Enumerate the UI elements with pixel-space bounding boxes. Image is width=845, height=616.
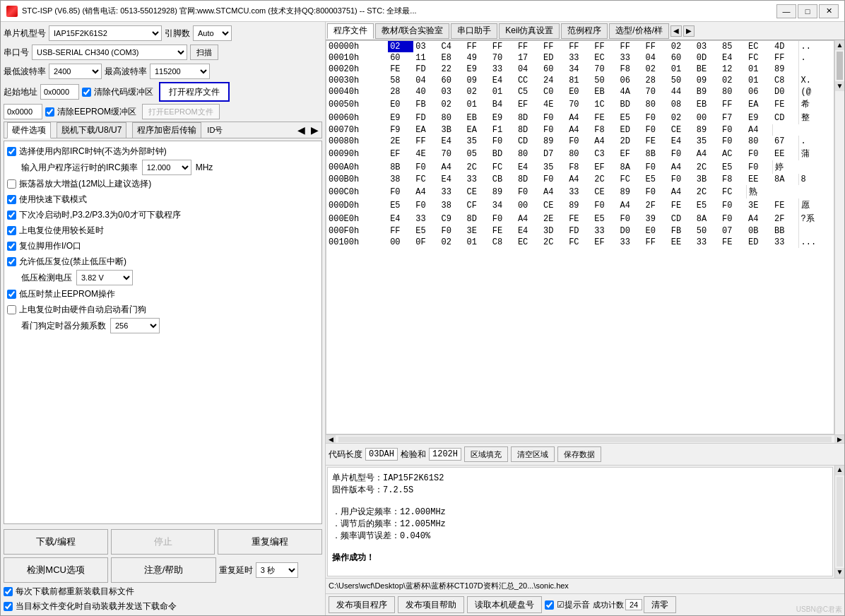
option-rst-io-checkbox[interactable] [7,242,16,251]
hex-byte[interactable]: CB [490,174,516,185]
hex-byte[interactable]: 03 [695,41,720,52]
hex-byte[interactable]: FE [592,111,618,124]
hex-byte[interactable]: CC [516,75,541,86]
hex-byte[interactable]: 02 [720,75,746,86]
hex-byte[interactable]: 58 [388,75,413,86]
hex-byte[interactable]: 60 [669,52,695,64]
hex-byte[interactable]: FD [413,111,439,124]
minimize-button[interactable]: — [776,4,796,18]
hex-byte[interactable]: FB [669,225,695,237]
hex-byte[interactable]: E5 [592,212,618,225]
hex-byte[interactable]: 40 [413,86,439,97]
hex-byte[interactable]: 35 [695,136,720,147]
hex-byte[interactable]: FE [490,225,516,237]
hex-byte[interactable]: F8 [592,124,618,136]
pin-select[interactable]: Auto [193,25,232,41]
hex-byte[interactable]: 05 [465,147,490,160]
hex-byte[interactable]: BB [772,225,798,237]
watchdog-div-select[interactable]: 256 [110,318,160,333]
hex-byte[interactable]: 4D [772,41,798,52]
hex-byte[interactable]: 00 [695,111,720,124]
hex-byte[interactable]: F0 [746,147,772,160]
hex-byte[interactable]: F0 [592,199,618,212]
hex-byte[interactable]: 80 [644,97,669,111]
hex-byte[interactable]: E4 [669,136,695,147]
start-addr-input[interactable] [40,84,79,100]
hex-byte[interactable]: A4 [618,199,643,212]
hex-byte[interactable]: 4E [541,97,567,111]
publish-help-button[interactable]: 发布项目帮助 [398,596,464,613]
hex-byte[interactable]: BE [695,64,720,75]
hex-byte[interactable]: 38 [388,174,413,185]
hex-byte[interactable]: EC [516,237,541,248]
read-disk-button[interactable]: 读取本机硬盘号 [467,596,542,613]
tab-examples[interactable]: 范例程序 [561,23,608,39]
hex-byte[interactable]: FF [772,52,798,64]
hex-byte[interactable]: 8B [644,147,669,160]
option-osc-checkbox[interactable] [7,179,16,189]
mcu-select[interactable]: IAP15F2K61S2 [49,25,162,41]
hex-byte[interactable]: F0 [669,147,695,160]
hex-byte[interactable]: ED [746,237,772,248]
hex-byte[interactable]: 22 [439,64,464,75]
download-button[interactable]: 下载/编程 [4,529,108,555]
hex-byte[interactable]: F0 [618,212,643,225]
hex-byte[interactable]: 01 [465,237,490,248]
hex-byte[interactable]: B4 [490,97,516,111]
scroll-right[interactable]: ▶ [834,435,844,444]
clear-area-button[interactable]: 清空区域 [511,446,555,462]
hex-byte[interactable]: 34 [490,199,516,212]
hex-byte[interactable]: A4 [516,212,541,225]
hex-byte[interactable]: 03 [413,41,439,52]
hex-byte[interactable]: 60 [541,64,567,75]
hex-byte[interactable]: E5 [413,225,439,237]
hw-tab-encrypt[interactable]: 程序加密后传输 [132,122,201,138]
hex-byte[interactable]: 50 [592,75,618,86]
fill-area-button[interactable]: 区域填充 [464,446,508,462]
hex-byte[interactable]: F0 [720,212,746,225]
hex-byte[interactable]: A4 [669,185,695,199]
hex-byte[interactable]: FC [490,160,516,174]
auto-send-checkbox[interactable] [4,602,13,611]
hex-byte[interactable]: 33 [567,185,592,199]
hex-byte[interactable]: E5 [720,160,746,174]
hex-byte[interactable]: EE [746,174,772,185]
hex-byte[interactable]: 44 [669,86,695,97]
hex-byte[interactable]: 01 [746,64,772,75]
port-select[interactable]: USB-SERIAL CH340 (COM3) [32,45,187,60]
hex-byte[interactable]: 08 [669,97,695,111]
hex-byte[interactable]: E4 [516,160,541,174]
hex-byte[interactable]: FF [465,41,490,52]
hex-byte[interactable]: 85 [720,41,746,52]
hex-byte[interactable]: 70 [644,86,669,97]
hex-byte[interactable]: 33 [465,174,490,185]
hex-byte[interactable]: A4 [567,174,592,185]
hex-byte[interactable]: EB [695,97,720,111]
hex-byte[interactable]: FF [413,136,439,147]
hex-byte[interactable]: A4 [567,124,592,136]
hw-tab-offline[interactable]: 脱机下载/U8/U7 [57,122,126,138]
hex-byte[interactable]: CE [669,124,695,136]
note-button[interactable]: 注意/帮助 [111,557,215,583]
hw-nav-right[interactable]: ▶ [311,124,319,136]
hex-container[interactable]: 00000h0203C4FFFFFFFFFFFFFFFF020385EC4D..… [326,40,834,434]
hex-byte[interactable]: D0 [772,86,798,97]
hex-byte[interactable]: 8D [516,124,541,136]
hex-byte[interactable]: AC [720,147,746,160]
hex-byte[interactable]: CE [541,199,567,212]
hex-byte[interactable]: 81 [567,75,592,86]
hex-byte[interactable]: 04 [644,52,669,64]
hex-byte[interactable]: 34 [567,64,592,75]
close-button[interactable]: ✕ [819,4,839,18]
hex-byte[interactable]: F8 [567,160,592,174]
option-cold-checkbox[interactable] [7,211,16,220]
option-low-eeprom-checkbox[interactable] [7,290,16,299]
hex-byte[interactable]: A4 [541,185,567,199]
hex-byte[interactable]: CE [592,185,618,199]
min-baud-select[interactable]: 2400 [49,64,102,79]
hex-byte[interactable]: 50 [695,225,720,237]
hex-byte[interactable]: 02 [465,86,490,97]
hex-byte[interactable]: EA [413,124,439,136]
hex-byte[interactable]: 17 [516,52,541,64]
hex-byte[interactable]: B9 [695,86,720,97]
